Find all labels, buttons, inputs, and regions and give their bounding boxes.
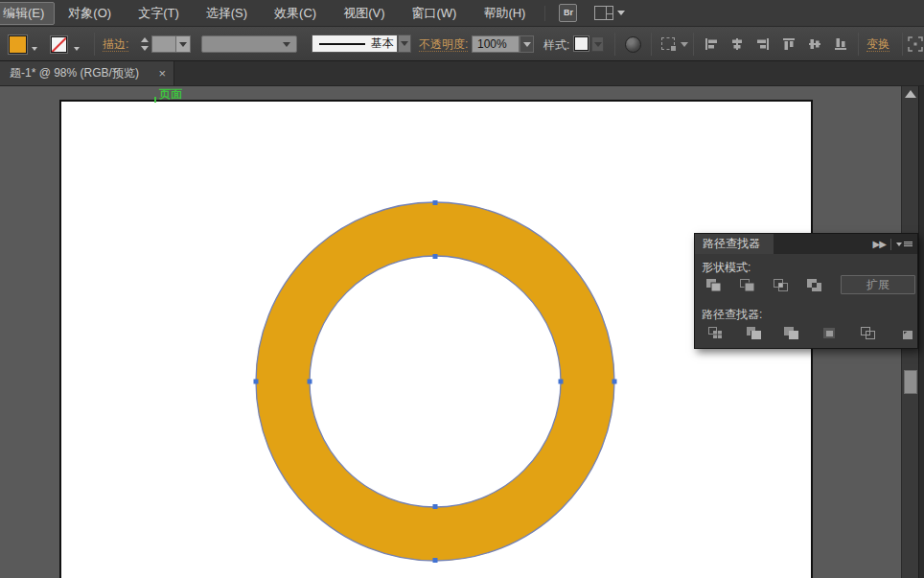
chevron-down-icon[interactable] xyxy=(681,42,688,47)
align-hcenter-icon[interactable] xyxy=(730,37,744,51)
menu-type[interactable]: 文字(T) xyxy=(125,1,193,26)
workspace-switcher[interactable] xyxy=(594,6,625,20)
exclude-button[interactable] xyxy=(804,276,823,293)
menu-divider xyxy=(544,6,545,21)
crop-button[interactable] xyxy=(820,324,839,341)
scrollbar-thumb[interactable] xyxy=(904,370,917,394)
shape-modes-row: 扩展 xyxy=(695,276,917,295)
stroke-weight-stepper[interactable] xyxy=(139,35,150,53)
artboard-label[interactable]: 页面 xyxy=(159,86,182,103)
width-profile-dropdown[interactable] xyxy=(201,35,297,53)
transform-link[interactable]: 变换 xyxy=(866,37,889,52)
collapse-panel-icon[interactable]: ▶▶ xyxy=(873,240,886,249)
align-vmiddle-icon[interactable] xyxy=(808,37,821,51)
fill-swatch[interactable] xyxy=(9,35,27,54)
chevron-down-icon xyxy=(401,41,408,46)
stroke-weight-dropdown[interactable] xyxy=(176,35,191,53)
align-right-icon[interactable] xyxy=(756,37,770,51)
bridge-icon[interactable]: Br xyxy=(559,4,577,22)
pathfinder-panel: 路径查找器 ▶▶ 形状模式: xyxy=(694,233,918,349)
minus-back-button[interactable] xyxy=(896,324,915,341)
menu-view[interactable]: 视图(V) xyxy=(330,1,398,26)
document-tab[interactable]: 题-1* @ 98% (RGB/预览) × xyxy=(0,61,174,85)
artboard-label-tick xyxy=(154,97,156,103)
stroke-none-swatch[interactable] xyxy=(51,36,67,53)
stroke-line-preview xyxy=(319,43,365,45)
intersect-button[interactable] xyxy=(771,276,790,293)
align-left-icon[interactable] xyxy=(705,37,718,51)
chevron-down-icon xyxy=(594,42,602,47)
separator xyxy=(858,33,859,56)
align-top-icon[interactable] xyxy=(782,37,796,51)
scroll-up-icon[interactable] xyxy=(905,90,916,98)
free-transform-icon[interactable] xyxy=(908,36,923,52)
menu-bar: 编辑(E) 对象(O) 文字(T) 选择(S) 效果(C) 视图(V) 窗口(W… xyxy=(0,0,924,27)
unite-button[interactable] xyxy=(704,276,723,293)
pathfinder-panel-header[interactable]: 路径查找器 ▶▶ xyxy=(695,234,917,254)
brush-definition-box[interactable]: 基本 xyxy=(312,35,398,53)
close-icon[interactable]: × xyxy=(158,68,166,80)
chevron-down-icon xyxy=(179,42,187,47)
separator xyxy=(614,33,615,56)
recolor-artwork-icon[interactable] xyxy=(625,36,641,53)
separator xyxy=(890,239,891,250)
fill-dropdown-icon[interactable] xyxy=(32,47,37,51)
menu-help[interactable]: 帮助(H) xyxy=(470,1,539,26)
menu-effect[interactable]: 效果(C) xyxy=(261,1,330,26)
graphic-style-swatch[interactable] xyxy=(574,36,589,51)
menu-select[interactable]: 选择(S) xyxy=(193,1,261,26)
separator xyxy=(94,33,95,56)
brush-definition-value: 基本 xyxy=(371,35,394,52)
separator xyxy=(693,33,694,56)
panel-dock-strip xyxy=(918,86,924,578)
minus-front-button[interactable] xyxy=(737,276,756,293)
opacity-label[interactable]: 不透明度: xyxy=(419,37,468,52)
bounding-box-icon[interactable] xyxy=(661,37,675,50)
shape-modes-label: 形状模式: xyxy=(695,254,917,276)
style-label: 样式: xyxy=(543,37,569,54)
menu-window[interactable]: 窗口(W) xyxy=(398,1,470,26)
expand-button[interactable]: 扩展 xyxy=(841,275,915,294)
merge-button[interactable] xyxy=(781,324,800,341)
pathfinder-row xyxy=(695,324,917,343)
document-title: 题-1* @ 98% (RGB/预览) xyxy=(10,65,139,81)
menu-edit[interactable]: 编辑(E) xyxy=(0,2,55,25)
workspace-switcher-icon xyxy=(594,6,613,20)
stepper-up-icon[interactable] xyxy=(141,37,149,42)
panel-menu-icon[interactable] xyxy=(896,241,912,247)
opacity-input[interactable]: 100% xyxy=(472,35,520,53)
menu-object[interactable]: 对象(O) xyxy=(55,1,125,26)
stepper-down-icon[interactable] xyxy=(141,46,149,51)
control-bar: 描边: 基本 不透明度: 100% 样式: xyxy=(0,27,924,61)
separator xyxy=(902,33,903,56)
illustrator-window: 编辑(E) 对象(O) 文字(T) 选择(S) 效果(C) 视图(V) 窗口(W… xyxy=(0,0,924,578)
stroke-dropdown-icon[interactable] xyxy=(74,47,80,51)
chevron-down-icon xyxy=(283,42,290,47)
outline-button[interactable] xyxy=(858,324,877,341)
align-bottom-icon[interactable] xyxy=(834,37,847,51)
document-tab-bar: 题-1* @ 98% (RGB/预览) × xyxy=(0,61,924,86)
brush-definition-dropdown[interactable] xyxy=(398,35,411,53)
donut-shape[interactable] xyxy=(240,192,623,575)
stroke-weight-label[interactable]: 描边: xyxy=(103,37,128,52)
chevron-down-icon xyxy=(523,42,531,47)
divide-button[interactable] xyxy=(705,324,725,341)
pathfinder-tab[interactable]: 路径查找器 xyxy=(695,234,774,254)
separator xyxy=(651,33,652,56)
chevron-down-icon xyxy=(617,11,625,15)
trim-button[interactable] xyxy=(744,324,763,341)
stroke-weight-input[interactable] xyxy=(151,35,176,53)
canvas-area[interactable]: 页面 路径查找器 xyxy=(0,86,924,578)
opacity-dropdown[interactable] xyxy=(520,35,534,53)
graphic-style-dropdown[interactable] xyxy=(591,36,604,52)
